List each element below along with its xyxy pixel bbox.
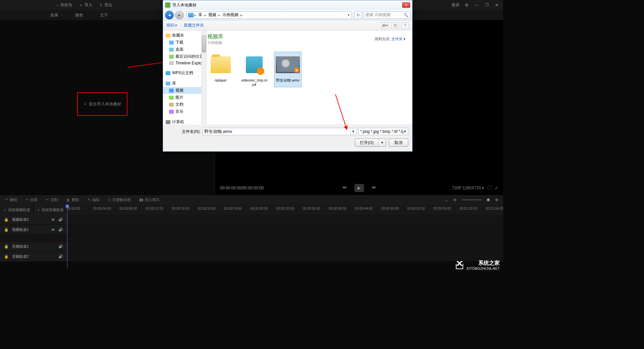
speaker-icon[interactable]: 🔊	[58, 228, 63, 232]
filename-label: 文件名(N):	[167, 129, 201, 135]
sidebar-downloads[interactable]: 下载	[163, 39, 203, 46]
file-item-mp4[interactable]: videorec_tmp.mp4	[241, 52, 268, 87]
video-file-icon	[246, 56, 263, 73]
sidebar-pictures[interactable]: 图片	[163, 94, 203, 101]
refresh-button[interactable]: ↻	[355, 11, 362, 19]
file-list-area: 视频库 示例视频 排列方式: 文件夹 ▾ nplayer videorec_tm…	[203, 31, 412, 124]
save-icon: ▫	[57, 3, 58, 7]
eye-icon[interactable]: 👁	[51, 228, 55, 232]
file-item-folder[interactable]: nplayer	[207, 52, 234, 87]
resolution-selector[interactable]: 720P 1280X720 ▾	[452, 186, 484, 190]
preview-pane-button[interactable]: ◫	[391, 22, 399, 29]
prev-button[interactable]: ⏮	[341, 184, 348, 191]
undo-button[interactable]: ↶撤销	[5, 197, 17, 202]
help-button[interactable]: ?	[401, 22, 409, 29]
tab-effects[interactable]: 效果	[50, 12, 58, 18]
open-dropdown[interactable]: ▼	[379, 141, 386, 144]
dialog-sidebar: 收藏夹 下载 桌面 最近访问的位置 Timeline Explor WPS云文档…	[163, 31, 203, 124]
zoom-in-icon[interactable]: ⊕	[495, 198, 498, 202]
lock-icon[interactable]: 🔒	[4, 254, 9, 259]
play-button[interactable]: ▶	[355, 184, 364, 192]
settings-icon[interactable]: ⚙	[464, 3, 470, 7]
ruler-tick: 00:00:36:00	[303, 207, 320, 210]
ruler-tick: 00:00:16:00	[172, 207, 190, 210]
export-icon: ⇪	[99, 3, 103, 7]
magnet-icon[interactable]: ⫠	[445, 198, 448, 202]
add-audio-track-button[interactable]: ＋ 添加音频轨道	[34, 205, 67, 215]
playhead[interactable]	[67, 205, 67, 268]
tab-color[interactable]: 颜色	[75, 12, 83, 18]
sidebar-library[interactable]: 库	[163, 80, 203, 87]
import-button[interactable]: ＋导入	[79, 2, 93, 8]
timeline-ruler[interactable]: 00:00:0000:00:04:0000:00:08:0000:00:12:0…	[67, 205, 503, 215]
sidebar-scrollbar[interactable]	[201, 31, 207, 124]
audio-track-1: 🔒音频轨道1🔊	[0, 242, 503, 252]
file-item-wmv[interactable]: 野生动物.wmv	[274, 52, 301, 87]
insert-mode-button[interactable]: ▮▮插入模式	[139, 197, 160, 202]
view-mode-button[interactable]: ▤ ▾	[381, 22, 389, 29]
new-folder-button[interactable]: 新建文件夹	[184, 22, 204, 28]
add-video-track-button[interactable]: ＋ 添加视频轨道	[0, 205, 34, 215]
speaker-icon[interactable]: 🔊	[58, 254, 63, 259]
sidebar-computer[interactable]: 计算机	[163, 118, 203, 124]
zoom-out-icon[interactable]: ⊖	[453, 198, 457, 202]
redo-button[interactable]: ↷回退	[25, 197, 38, 202]
eye-icon[interactable]: 👁	[51, 218, 55, 222]
speaker-icon[interactable]: 🔊	[58, 244, 63, 249]
filename-input[interactable]	[203, 128, 351, 135]
insert-icon: ▮▮	[139, 198, 143, 202]
import-drop-zone[interactable]: ⇩ 双击导入本地素材	[77, 92, 127, 116]
ruler-tick: 00:01:00:00	[460, 207, 477, 210]
organize-menu[interactable]: 组织 ▾	[166, 22, 177, 28]
sort-selector[interactable]: 排列方式: 文件夹 ▾	[375, 37, 406, 42]
lock-icon[interactable]: 🔒	[4, 244, 9, 249]
filename-dropdown[interactable]: ▼	[351, 128, 357, 135]
import-icon: ⇩	[84, 102, 87, 106]
nav-forward-button[interactable]: ►	[175, 11, 184, 19]
sidebar-wps-cloud[interactable]: WPS云文档	[163, 69, 203, 77]
edit-button[interactable]: ✎编辑	[88, 197, 100, 202]
pencil-icon: ✎	[88, 198, 91, 202]
cancel-button[interactable]: 取消	[389, 139, 408, 147]
sidebar-recent[interactable]: 最近访问的位置	[163, 53, 203, 60]
maximize-icon[interactable]: ❐	[484, 3, 490, 7]
tab-text[interactable]: 文字	[100, 12, 108, 18]
trash-icon: 🗑	[66, 198, 70, 202]
filetype-selector[interactable]: *.png *.jpg *.bmp *.tif *.tga * ▼	[359, 128, 408, 135]
breadcrumb[interactable]: ▸ 库▸ 视频▸ 示例视频▸ ▼	[186, 11, 352, 19]
cut-button[interactable]: ✂切割	[46, 197, 58, 202]
export-button[interactable]: ⇪导出	[99, 2, 112, 8]
login-link[interactable]: 登录	[451, 2, 460, 8]
app-icon	[165, 2, 170, 8]
dialog-close-button[interactable]: ✕	[402, 2, 410, 8]
preview-timecode: 00:00:00:00/00:00:00:00	[220, 186, 264, 190]
minimize-icon[interactable]: —	[474, 3, 480, 7]
sidebar-documents[interactable]: 文档	[163, 101, 203, 108]
lock-icon[interactable]: 🔒	[4, 228, 9, 232]
sidebar-favorites[interactable]: 收藏夹	[163, 32, 203, 39]
snapshot-icon[interactable]: ⛶	[487, 186, 491, 190]
library-icon	[188, 13, 194, 17]
scissors-icon: ✂	[46, 198, 49, 202]
sidebar-music[interactable]: 音乐	[163, 108, 203, 115]
ruler-tick: 00:00:48:00	[381, 207, 399, 210]
sidebar-timeline-explorer[interactable]: Timeline Explor	[163, 60, 203, 66]
open-button[interactable]: 打开(O) ▼	[355, 139, 386, 147]
search-icon: 🔍	[404, 13, 409, 17]
lock-icon[interactable]: 🔒	[4, 217, 9, 222]
sidebar-video[interactable]: 视频	[163, 87, 203, 94]
delete-button[interactable]: 🗑删除	[66, 197, 79, 202]
ruler-tick: 00:00:52:00	[407, 207, 425, 210]
speaker-icon[interactable]: 🔊	[58, 217, 63, 222]
close-icon[interactable]: ✕	[494, 3, 500, 7]
ruler-tick: 00:00:44:00	[355, 207, 373, 210]
fullscreen-icon[interactable]: ⤢	[495, 186, 498, 190]
keyframe-button[interactable]: ◇关键帧动画	[108, 197, 131, 202]
marker-icon[interactable]: ⬣	[487, 198, 490, 202]
search-input[interactable]: 搜索 示例视频 🔍	[363, 11, 410, 19]
next-button[interactable]: ⏭	[371, 184, 377, 191]
save-as-button[interactable]: ▫另存为	[57, 2, 72, 8]
zoom-slider[interactable]	[462, 199, 482, 200]
nav-back-button[interactable]: ◄	[165, 11, 174, 19]
sidebar-desktop[interactable]: 桌面	[163, 46, 203, 53]
